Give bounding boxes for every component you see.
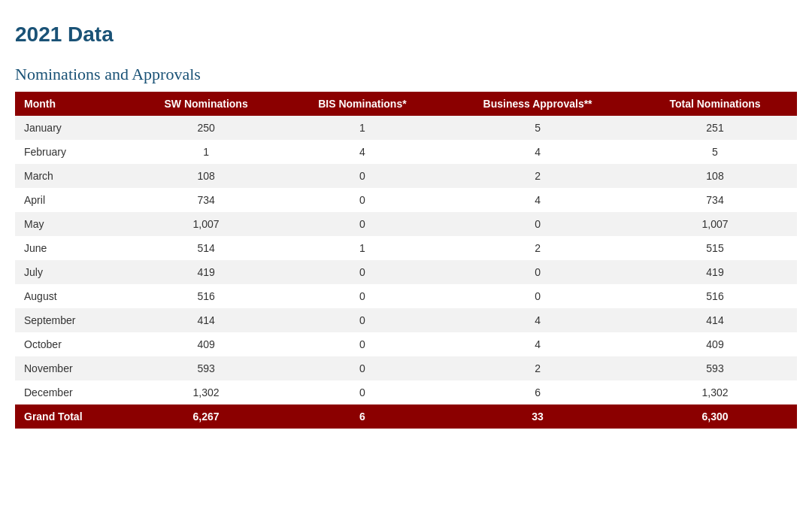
cell-total: 734 [633, 188, 797, 212]
grand-total-business: 33 [442, 404, 633, 429]
cell-month: October [15, 332, 130, 356]
cell-total: 1,302 [633, 380, 797, 404]
cell-bis: 0 [283, 212, 443, 236]
cell-total: 409 [633, 332, 797, 356]
cell-month: March [15, 164, 130, 188]
table-row: October40904409 [15, 332, 797, 356]
cell-bis: 4 [283, 140, 443, 164]
cell-business: 4 [442, 332, 633, 356]
table-row: March10802108 [15, 164, 797, 188]
grand-total-sw: 6,267 [130, 404, 283, 429]
table-row: August51600516 [15, 284, 797, 308]
nominations-table: Month SW Nominations BIS Nominations* Bu… [15, 92, 797, 429]
cell-sw: 514 [130, 236, 283, 260]
cell-business: 6 [442, 380, 633, 404]
cell-month: January [15, 116, 130, 140]
cell-bis: 0 [283, 164, 443, 188]
page-title: 2021 Data [15, 23, 797, 47]
cell-sw: 516 [130, 284, 283, 308]
cell-sw: 108 [130, 164, 283, 188]
cell-total: 251 [633, 116, 797, 140]
cell-business: 2 [442, 356, 633, 380]
cell-business: 2 [442, 164, 633, 188]
cell-business: 4 [442, 308, 633, 332]
table-row: December1,302061,302 [15, 380, 797, 404]
cell-total: 516 [633, 284, 797, 308]
cell-business: 4 [442, 140, 633, 164]
cell-month: September [15, 308, 130, 332]
cell-bis: 0 [283, 332, 443, 356]
cell-business: 2 [442, 236, 633, 260]
cell-total: 515 [633, 236, 797, 260]
cell-sw: 409 [130, 332, 283, 356]
table-header-row: Month SW Nominations BIS Nominations* Bu… [15, 92, 797, 116]
table-row: February1445 [15, 140, 797, 164]
cell-month: December [15, 380, 130, 404]
cell-bis: 0 [283, 308, 443, 332]
col-header-month: Month [15, 92, 130, 116]
cell-bis: 1 [283, 236, 443, 260]
table-row: April73404734 [15, 188, 797, 212]
cell-business: 4 [442, 188, 633, 212]
cell-sw: 1 [130, 140, 283, 164]
table-row: January25015251 [15, 116, 797, 140]
cell-sw: 593 [130, 356, 283, 380]
cell-month: April [15, 188, 130, 212]
col-header-bis: BIS Nominations* [283, 92, 443, 116]
cell-total: 593 [633, 356, 797, 380]
table-row: November59302593 [15, 356, 797, 380]
table-row: May1,007001,007 [15, 212, 797, 236]
cell-bis: 1 [283, 116, 443, 140]
cell-sw: 734 [130, 188, 283, 212]
cell-sw: 419 [130, 260, 283, 284]
table-row: September41404414 [15, 308, 797, 332]
grand-total-bis: 6 [283, 404, 443, 429]
cell-sw: 250 [130, 116, 283, 140]
cell-sw: 1,302 [130, 380, 283, 404]
table-row: July41900419 [15, 260, 797, 284]
grand-total-total: 6,300 [633, 404, 797, 429]
cell-bis: 0 [283, 188, 443, 212]
cell-total: 1,007 [633, 212, 797, 236]
cell-sw: 414 [130, 308, 283, 332]
cell-business: 0 [442, 284, 633, 308]
cell-bis: 0 [283, 260, 443, 284]
cell-bis: 0 [283, 380, 443, 404]
cell-month: May [15, 212, 130, 236]
cell-month: November [15, 356, 130, 380]
col-header-business: Business Approvals** [442, 92, 633, 116]
cell-month: June [15, 236, 130, 260]
col-header-sw: SW Nominations [130, 92, 283, 116]
cell-month: February [15, 140, 130, 164]
cell-total: 5 [633, 140, 797, 164]
cell-month: August [15, 284, 130, 308]
cell-total: 419 [633, 260, 797, 284]
section-title: Nominations and Approvals [15, 65, 797, 84]
cell-month: July [15, 260, 130, 284]
cell-bis: 0 [283, 356, 443, 380]
cell-sw: 1,007 [130, 212, 283, 236]
table-row: June51412515 [15, 236, 797, 260]
cell-total: 414 [633, 308, 797, 332]
cell-business: 0 [442, 260, 633, 284]
grand-total-label: Grand Total [15, 404, 130, 429]
cell-total: 108 [633, 164, 797, 188]
col-header-total: Total Nominations [633, 92, 797, 116]
grand-total-row: Grand Total 6,267 6 33 6,300 [15, 404, 797, 429]
cell-bis: 0 [283, 284, 443, 308]
cell-business: 0 [442, 212, 633, 236]
cell-business: 5 [442, 116, 633, 140]
